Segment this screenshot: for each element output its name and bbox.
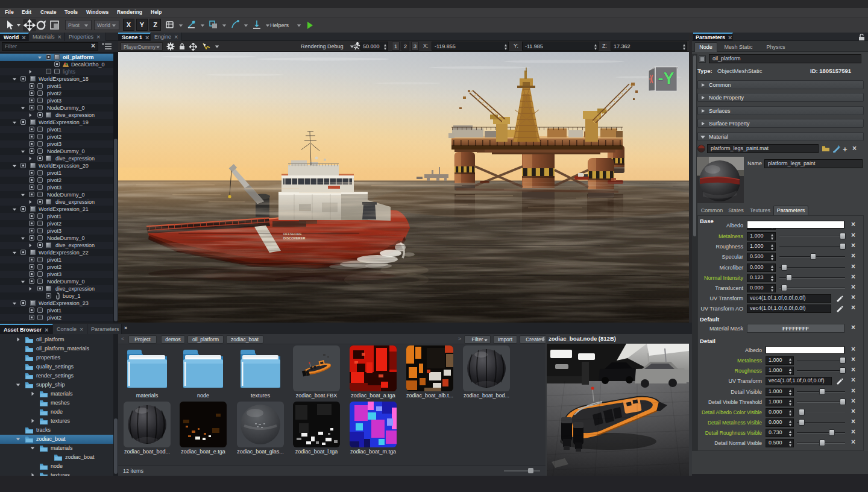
svg-text:-Y: -Y — [658, 69, 675, 87]
